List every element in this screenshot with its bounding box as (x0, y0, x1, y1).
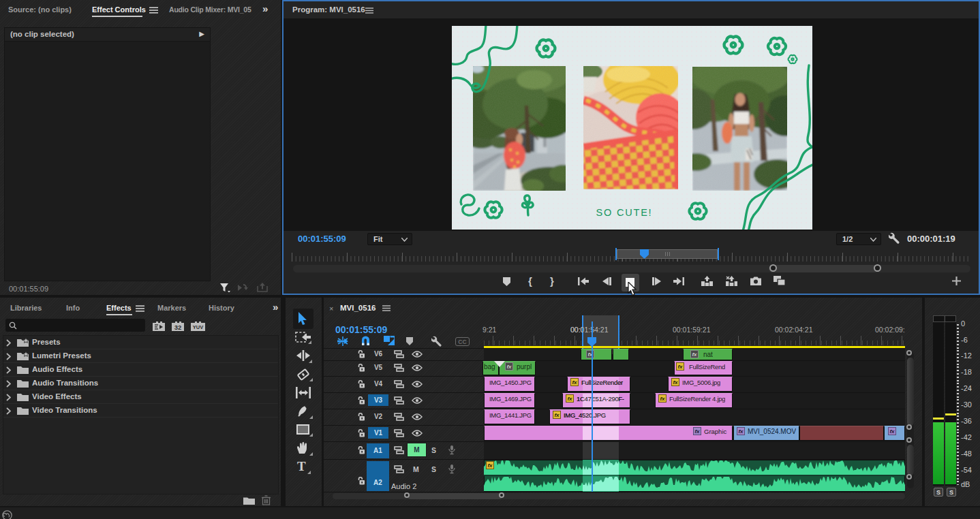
svg-text:YUV: YUV (193, 324, 203, 330)
svg-text:SO CUTE!: SO CUTE! (596, 207, 653, 218)
svg-text:32: 32 (174, 324, 182, 331)
